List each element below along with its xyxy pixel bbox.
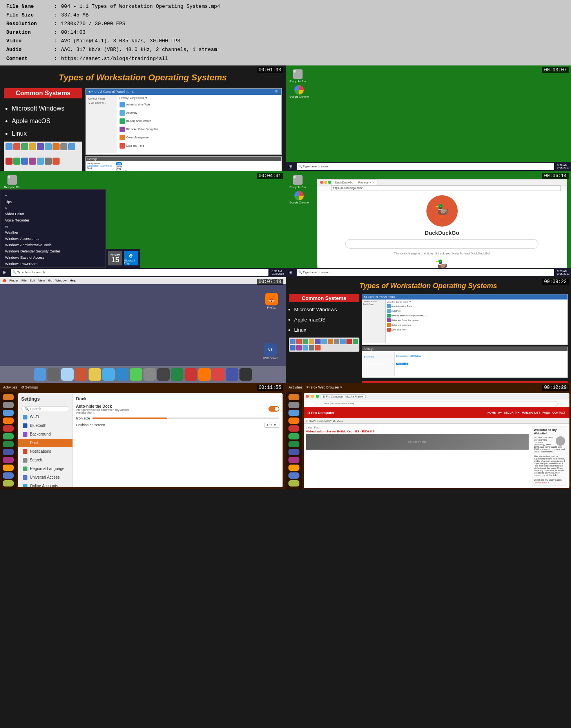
timestamp-7: 00:11:55	[257, 385, 283, 391]
start-button-2[interactable]: ⊞	[0, 268, 9, 277]
icon-size-setting: Icon size	[76, 416, 279, 420]
firefox-toolbar: ◀ ▶ ↺ https://dpcomputer.com/blog/ ☆ ≡	[304, 400, 570, 407]
audio-value: AAC, 317 kb/s (VBR), 48.0 kHz, 2 channel…	[60, 45, 222, 54]
taskbar-search-3[interactable]: 🔍 Type here to search	[297, 269, 554, 276]
ubuntu-dock-icon-3	[3, 410, 14, 416]
filesize-label: File Size	[5, 11, 52, 20]
auto-hide-toggle[interactable]	[268, 406, 279, 412]
video-value: AVC (Main@L4.1), 3 035 kb/s, 30.000 FPS	[60, 37, 222, 45]
settings-sidebar: Settings 🔍 Search Wi-Fi Bluetooth Backgr…	[18, 393, 73, 487]
dock-launchpad	[47, 368, 60, 381]
recycle-bin-icon-2: 🗑 Recycle Bin	[4, 175, 20, 189]
taskbar-search-2[interactable]: 🔍 Type here to search	[11, 269, 268, 276]
timestamp-4: 00:06:14	[542, 173, 569, 179]
thumbnail-4: 00:06:14 🗑 Recycle Bin Google Chrome Duc…	[286, 171, 571, 277]
slide-title-6: Types of Workstation Operating Systems	[359, 282, 497, 290]
post-title: Virtualization Server Build: Xeon E3 - E…	[306, 430, 529, 433]
icon-size-slider[interactable]	[92, 418, 279, 419]
comptia-link[interactable]: CompTIA A+ ▸	[534, 481, 565, 484]
windows-taskbar: ⊞ 🔍 Type here to search 9:36 AM 2/15/201…	[286, 162, 571, 171]
firefox-titlebar: D Pro Computer - Mozilla Firefox	[304, 393, 570, 400]
windows-taskbar-3: ⊞ 🔍 Type here to search 9:29 AM 2/15/201…	[286, 268, 571, 277]
ubuntu-dock-icon-5	[3, 425, 14, 432]
nav-aplus[interactable]: A+	[498, 411, 502, 414]
start-menu[interactable]: T Tips V Video Editor Voice Recorder W W…	[0, 189, 106, 268]
nav-security[interactable]: SECURITY+	[504, 411, 519, 414]
dock-spotify	[171, 368, 183, 381]
dock-mail	[75, 368, 87, 381]
dock-firefox-dock	[198, 368, 211, 381]
dock-facetime	[130, 368, 142, 381]
video-label: Video	[5, 37, 52, 45]
settings-title: Settings	[18, 393, 73, 405]
slide-title-1: Types of Workstation Operating Systems	[59, 73, 227, 83]
dock-settings-item[interactable]: Dock	[18, 439, 73, 447]
timestamp-8: 00:12:29	[542, 385, 569, 391]
site-header: D Pro Computer HOME A+ SECURITY+ MAILING…	[304, 407, 570, 418]
common-systems-badge-6: Common Systems	[289, 294, 359, 302]
site-body: Latest Post Virtualization Server Build:…	[304, 424, 570, 488]
resolution-value: 1280x720 / 30.000 FPS	[60, 20, 222, 28]
duckduckgo-browser-window: DuckDuckGo — Privacy × × ◀ ▶ ↺ https://d…	[317, 179, 567, 265]
nav-mailing[interactable]: MAILING LIST	[522, 411, 540, 414]
dock-safari	[61, 368, 74, 381]
dock-itunes	[157, 368, 170, 381]
nav-faqs[interactable]: FAQS	[542, 411, 550, 414]
filename-value: 004 - 1.1 Types of Workstation Operating…	[60, 2, 222, 11]
firefox-tab[interactable]: D Pro Computer - Mozilla Firefox	[321, 394, 366, 398]
taskbar-clock: 9:36 AM 2/15/2019	[556, 164, 571, 169]
nav-home[interactable]: HOME	[488, 411, 496, 414]
site-sidebar: Welcome to my Website! Hi Dave. I've bee…	[532, 426, 567, 486]
mac-prefs-small	[289, 338, 359, 352]
ubuntu-dock-icon-10	[3, 465, 14, 471]
ddg-tagline: The search engine that doesn't track you…	[394, 252, 490, 255]
dock-calendar	[102, 368, 115, 381]
timestamp-3: 00:04:41	[257, 173, 283, 179]
timestamp-5: 00:07:48	[257, 279, 283, 285]
settings-content-area: Dock Auto-hide the Dock Intelligently hi…	[73, 393, 283, 487]
dock-notes	[89, 368, 101, 381]
firefox-content: D Pro Computer HOME A+ SECURITY+ MAILING…	[304, 407, 570, 488]
latest-post-label: Latest Post	[306, 426, 529, 429]
taskbar-search[interactable]: 🔍 Type here to search	[297, 163, 554, 170]
ubuntu-dock-icon-11	[3, 472, 14, 479]
auto-hide-setting: Auto-hide the Dock Intelligently hide th…	[76, 404, 279, 414]
start-button-3[interactable]: ⊞	[286, 268, 295, 277]
thumbnail-8: 00:12:29 Activities Firefox Web Browser …	[286, 383, 571, 489]
thumbnail-2: 00:03:07 🗑 Recycle Bin Google Chrome ⊞ 🔍…	[286, 65, 571, 171]
position-dropdown[interactable]: Left ▼	[264, 423, 279, 428]
files-icon	[3, 402, 14, 408]
start-menu-tiles: Friday 15 e Microsoft Edge	[106, 249, 140, 268]
nav-contact[interactable]: CONTACT	[552, 411, 566, 414]
browser-tab[interactable]: DuckDuckGo — Privacy × ×	[332, 180, 378, 185]
vnc-desktop-icon: V8 VNC Server	[263, 343, 277, 359]
timestamp-1: 00:01:33	[257, 67, 283, 73]
ubuntu-dock-icon-9	[3, 457, 14, 463]
file-info-panel: File Name : 004 - 1.1 Types of Workstati…	[0, 0, 571, 65]
chrome-desktop-icon-3: Google Chrome	[290, 191, 309, 204]
site-breadcrumb: FRIDAY, FEBRUARY 15, 2019	[304, 418, 570, 424]
control-panel-small: All Control Panel Items Control Panel ↳ …	[362, 294, 568, 345]
ubuntu-dock-icon-8	[3, 449, 14, 455]
site-main-content: Latest Post Virtualization Server Build:…	[306, 426, 529, 486]
start-button[interactable]: ⊞	[286, 162, 295, 171]
filesize-value: 337.45 MB	[60, 11, 222, 20]
taskbar-clock-2: 8:35 AM 2/15/2019	[270, 270, 285, 275]
resolution-label: Resolution	[5, 20, 52, 28]
thumbnail-1: 00:01:33 Types of Workstation Operating …	[0, 65, 286, 171]
firefox-desktop-icon: 🦊 Firefox	[265, 293, 278, 309]
post-image: Server Image	[306, 434, 529, 450]
settings-search[interactable]: 🔍 Search	[21, 407, 69, 411]
thumbnail-7: 00:11:55 Activities ⚙ Settings Fri 08:45	[0, 383, 286, 489]
audio-label: Audio	[5, 45, 52, 54]
firefox-address-bar[interactable]: https://dpcomputer.com/blog/	[322, 401, 558, 406]
mac-menubar: 🍎 Finder File Edit View Go Window Help F…	[0, 277, 286, 284]
recycle-bin-icon: 🗑 Recycle Bin	[290, 69, 306, 83]
ubuntu-topbar: Activities ⚙ Settings Fri 08:45	[0, 383, 286, 392]
ddg-search-bar[interactable]	[345, 239, 538, 249]
address-bar[interactable]: https://duckduckgo.com/	[331, 185, 561, 191]
sidebar-avatar	[556, 436, 565, 446]
mac-system-prefs-mock	[4, 142, 82, 171]
duration-label: Duration	[5, 28, 52, 37]
filename-label: File Name	[5, 2, 52, 11]
